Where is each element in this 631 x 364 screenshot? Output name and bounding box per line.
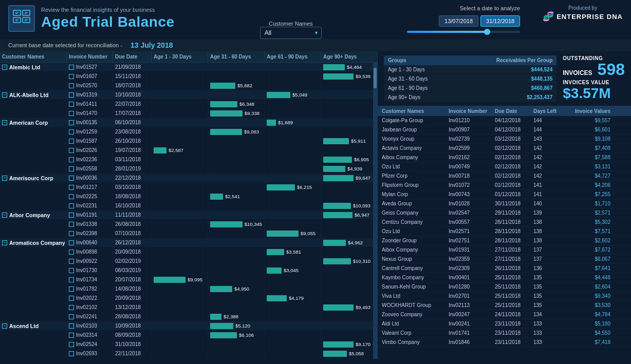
- main-scrollbar[interactable]: [373, 63, 377, 359]
- td-a31: [208, 266, 265, 275]
- td-a1: [152, 210, 208, 219]
- table-row: Inv0257018/07/2018$5,682: [0, 81, 373, 90]
- td-due: 26/10/2018: [113, 137, 152, 145]
- table-row: Inv0269322/11/2018$5,058: [0, 349, 373, 358]
- age-bar: [323, 64, 345, 70]
- td-a1: [152, 127, 208, 136]
- td-a1: [152, 331, 208, 339]
- td-invoice: Inv00640: [67, 238, 113, 247]
- it-customer: Mylan Corp: [382, 191, 449, 197]
- invoice-icon: [69, 74, 74, 79]
- td-a1: [152, 303, 208, 312]
- invoice-table-header: Customer Names Invoice Number Due Date D…: [378, 106, 631, 116]
- td-due: 02/02/2019: [113, 257, 152, 265]
- age-value: $6,106: [239, 332, 254, 338]
- td-customer: [0, 303, 67, 312]
- it-days: 139: [533, 210, 564, 216]
- td-invoice: Inv01319: [67, 90, 113, 99]
- td-due: 15/11/2018: [113, 72, 152, 81]
- customer-names-select[interactable]: All: [260, 27, 322, 39]
- date-slider[interactable]: [407, 31, 520, 33]
- it-days: 138: [533, 228, 564, 234]
- it-customer: Jaxbean Group: [382, 127, 449, 132]
- it-days: 133: [533, 339, 564, 345]
- invoice-table-scroll[interactable]: Colgate-Pa Group Inv01210 04/12/2018 144…: [378, 116, 631, 359]
- table-row: Inv0202220/09/2018$4,179: [0, 294, 373, 303]
- td-a31: [208, 340, 265, 349]
- it-invoice: Inv02359: [449, 256, 495, 262]
- receivables-row: Age 61 - 90 Days$460,867: [384, 84, 556, 93]
- age-bar: [210, 83, 235, 89]
- date-btn-2[interactable]: 31/12/2018: [480, 15, 520, 27]
- it-value: $4,784: [564, 312, 610, 317]
- td-customer: −Amerisourc Corp: [0, 174, 67, 182]
- receivables-row: Age 31 - 60 Days$448,135: [384, 74, 556, 84]
- it-customer: Aldi Ltd: [382, 321, 449, 327]
- rec-group: Age 90+ Days: [388, 94, 470, 100]
- age-bar: [323, 341, 354, 348]
- age-bar: [154, 147, 166, 154]
- it-customer: Kaymbo Company: [382, 275, 449, 280]
- value-label: INVOICES VALUE: [563, 80, 625, 85]
- table-row: Inv0224128/08/2018$2,388: [0, 312, 373, 321]
- expand-icon[interactable]: −: [2, 92, 7, 98]
- age-bar: [267, 120, 276, 126]
- td-a90: $10,093: [321, 201, 373, 210]
- invoice-row: Flipstorm Group Inv01072 01/12/2018 141 …: [378, 181, 631, 190]
- age-value: $9,338: [245, 110, 259, 116]
- td-a61: [265, 164, 321, 173]
- it-col-due: Due Date: [495, 108, 533, 114]
- td-a90: [321, 81, 373, 90]
- td-a90: [321, 90, 373, 99]
- it-value: $7,418: [564, 339, 610, 345]
- expand-icon[interactable]: −: [2, 323, 7, 329]
- expand-icon[interactable]: −: [2, 240, 7, 245]
- age-bar: [323, 258, 351, 264]
- it-due: 02/12/2018: [495, 155, 533, 160]
- it-days: 137: [533, 247, 564, 253]
- invoice-icon: [69, 268, 74, 273]
- td-a1: [152, 164, 208, 173]
- expand-icon[interactable]: −: [2, 213, 7, 218]
- td-a61: $5,049: [265, 90, 321, 99]
- td-a90: $4,464: [321, 63, 373, 71]
- td-a31: $5,120: [208, 321, 265, 330]
- invoice-row: Aldi Ltd Inv00241 23/11/2018 133 $5,180: [378, 319, 631, 329]
- left-table-section: Customer Names Invoice Number Due Date A…: [0, 51, 378, 359]
- invoice-icon: [69, 139, 74, 144]
- td-a90: $5,911: [321, 137, 373, 145]
- col-age61: Age 61 - 90 Days: [265, 51, 321, 62]
- invoice-row: Ozu Ltd Inv02571 28/11/2018 138 $7,571: [378, 227, 631, 236]
- td-invoice: Inv02241: [67, 312, 113, 321]
- expand-icon[interactable]: −: [2, 176, 7, 181]
- age-bar: [210, 221, 243, 227]
- table-scroll-area[interactable]: −Alembic LtdInv0152721/09/2018$4,464Inv0…: [0, 63, 373, 359]
- td-a90: [321, 284, 373, 293]
- table-row: Inv0275709/12/2018$10,222: [0, 358, 373, 359]
- it-value: $7,588: [564, 155, 610, 160]
- td-a90: [321, 118, 373, 127]
- expand-icon[interactable]: −: [2, 120, 7, 125]
- customer-filter-wrap[interactable]: All: [260, 27, 322, 39]
- it-due: 02/12/2018: [495, 164, 533, 169]
- it-days: 142: [533, 173, 564, 179]
- it-customer: Aibox Company: [382, 155, 449, 160]
- it-invoice: Inv01741: [449, 330, 495, 336]
- td-a90: [321, 331, 373, 339]
- td-customer: [0, 81, 67, 90]
- table-row: Inv0223603/11/2018$6,905: [0, 155, 373, 164]
- rec-value: $444,524: [470, 67, 552, 72]
- invoice-icon: [69, 250, 74, 255]
- td-due: 20/07/2018: [113, 275, 152, 284]
- expand-icon[interactable]: −: [2, 65, 7, 70]
- date-btn-1[interactable]: 13/07/2018: [439, 15, 478, 27]
- kpi-value: INVOICES VALUE $3.57M: [563, 80, 625, 102]
- it-due: 02/12/2018: [495, 145, 533, 151]
- td-invoice: Inv01527: [67, 63, 113, 71]
- it-days: 141: [533, 191, 564, 197]
- filter-section: Customer Names All: [260, 5, 322, 39]
- it-days: 135: [533, 284, 564, 290]
- td-due: 18/07/2018: [113, 81, 152, 90]
- td-invoice: Inv01191: [67, 210, 113, 219]
- invoice-row-icon: [69, 176, 74, 181]
